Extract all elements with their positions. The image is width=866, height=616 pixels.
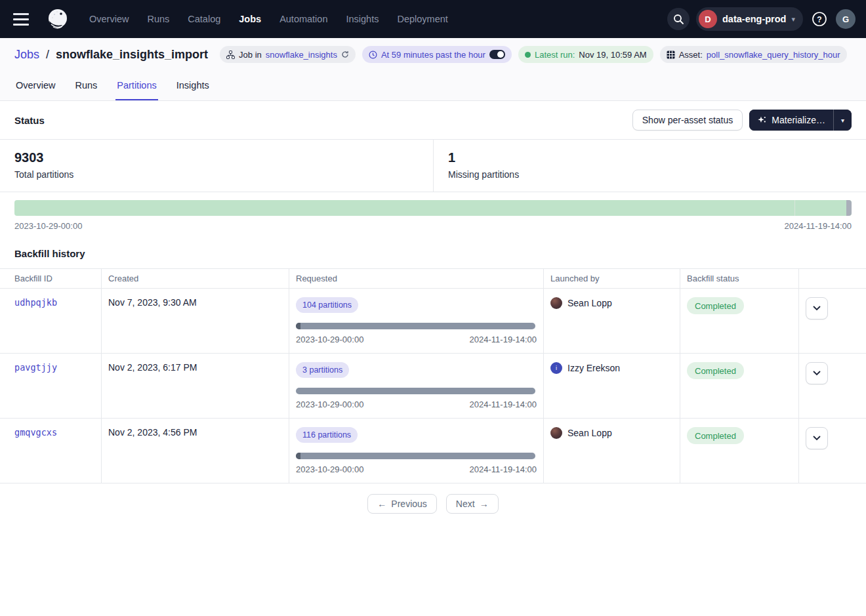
backfill-id-link[interactable]: udhpqjkb xyxy=(14,297,57,308)
svg-text:?: ? xyxy=(817,15,821,24)
partition-range-end: 2024-11-19-14:00 xyxy=(785,221,852,231)
code-location-link[interactable]: snowflake_insights xyxy=(266,50,337,60)
requested-cell: 104 partitions 2023-10-29-00:00 2024-11-… xyxy=(289,289,544,353)
materialize-button[interactable]: Materialize… xyxy=(749,110,833,131)
clock-icon xyxy=(369,51,377,59)
total-partitions-stat: 9303 Total partitions xyxy=(0,140,433,192)
row-menu-button[interactable] xyxy=(806,297,828,319)
tab-overview[interactable]: Overview xyxy=(14,71,56,100)
latest-run-badge: Latest run: Nov 19, 10:59 AM xyxy=(518,46,653,63)
nav-item-insights[interactable]: Insights xyxy=(346,14,379,24)
hamburger-menu-icon[interactable] xyxy=(13,10,31,28)
backfill-progress-bar xyxy=(296,323,535,329)
nav-item-automation[interactable]: Automation xyxy=(279,14,327,24)
nav-item-deployment[interactable]: Deployment xyxy=(397,14,447,24)
row-menu-button[interactable] xyxy=(806,362,828,384)
user-avatar[interactable]: G xyxy=(836,9,856,29)
col-requested: Requested xyxy=(289,269,544,288)
tab-insights[interactable]: Insights xyxy=(175,71,211,100)
job-graph-icon xyxy=(226,51,235,59)
partition-range-start: 2023-10-29-00:00 xyxy=(14,221,82,231)
backfill-range-end: 2024-11-19-14:00 xyxy=(470,464,537,474)
user-avatar xyxy=(550,297,562,309)
backfill-range-start: 2023-10-29-00:00 xyxy=(296,464,363,474)
col-actions xyxy=(799,269,866,288)
asset-label: Asset: xyxy=(679,50,703,60)
row-menu-button[interactable] xyxy=(806,427,828,449)
top-navbar: Overview Runs Catalog Jobs Automation In… xyxy=(0,0,866,38)
previous-page-button[interactable]: ← Previous xyxy=(367,494,436,514)
launched-by-name: Izzy Erekson xyxy=(567,363,620,373)
nav-item-catalog[interactable]: Catalog xyxy=(188,14,220,24)
nav-links: Overview Runs Catalog Jobs Automation In… xyxy=(89,14,448,24)
col-backfill-status: Backfill status xyxy=(680,269,799,288)
partition-count-badge[interactable]: 104 partitions xyxy=(296,297,358,313)
asset-link[interactable]: poll_snowflake_query_history_hour xyxy=(707,50,840,60)
search-button[interactable] xyxy=(667,8,690,30)
show-per-asset-status-button[interactable]: Show per-asset status xyxy=(632,110,743,131)
breadcrumb-separator: / xyxy=(46,48,49,62)
partition-count-badge[interactable]: 116 partitions xyxy=(296,427,358,443)
help-icon: ? xyxy=(811,10,828,28)
launched-by-name: Sean Lopp xyxy=(567,428,612,438)
next-page-button[interactable]: Next → xyxy=(446,494,499,514)
breadcrumb-jobs-link[interactable]: Jobs xyxy=(14,48,39,62)
tab-runs[interactable]: Runs xyxy=(73,71,98,100)
tab-partitions[interactable]: Partitions xyxy=(115,71,157,100)
partition-range-labels: 2023-10-29-00:00 2024-11-19-14:00 xyxy=(14,221,852,231)
backfill-progress-bar xyxy=(296,453,535,459)
missing-partition-segment xyxy=(846,200,852,216)
status-actions: Show per-asset status Materialize… ▾ xyxy=(632,110,852,131)
navbar-right: D data-eng-prod ▾ ? G xyxy=(667,7,856,31)
help-button[interactable]: ? xyxy=(810,9,829,29)
chevron-down-icon: ▾ xyxy=(841,117,844,124)
nav-item-overview[interactable]: Overview xyxy=(89,14,129,24)
materialize-button-group: Materialize… ▾ xyxy=(749,110,852,131)
pagination: ← Previous Next → xyxy=(0,483,866,540)
materialize-dropdown-button[interactable]: ▾ xyxy=(833,110,852,131)
reload-icon[interactable] xyxy=(341,51,349,58)
page-header: Jobs / snowflake_insights_import Job in … xyxy=(0,38,866,101)
partition-segment-divider xyxy=(794,200,795,216)
schedule-text: At 59 minutes past the hour xyxy=(381,50,485,60)
created-cell: Nov 7, 2023, 9:30 AM xyxy=(102,289,289,353)
breadcrumb: Jobs / snowflake_insights_import Job in … xyxy=(0,38,866,71)
sparkle-icon xyxy=(757,115,767,125)
missing-partitions-stat: 1 Missing partitions xyxy=(433,140,866,192)
latest-run-time[interactable]: Nov 19, 10:59 AM xyxy=(579,50,646,60)
launched-by-cell: i Izzy Erekson xyxy=(550,362,673,374)
asset-grid-icon xyxy=(667,51,675,59)
nav-item-runs[interactable]: Runs xyxy=(147,14,169,24)
nav-item-jobs[interactable]: Jobs xyxy=(239,14,261,24)
requested-cell: 3 partitions 2023-10-29-00:00 2024-11-19… xyxy=(289,354,544,418)
partition-count-badge[interactable]: 3 partitions xyxy=(296,362,349,378)
partition-stats: 9303 Total partitions 1 Missing partitio… xyxy=(0,139,866,192)
launched-by-cell: Sean Lopp xyxy=(550,297,673,309)
status-badge: Completed xyxy=(687,297,744,314)
dagster-logo[interactable] xyxy=(45,6,71,32)
requested-cell: 116 partitions 2023-10-29-00:00 2024-11-… xyxy=(289,419,544,483)
status-badge: Completed xyxy=(687,427,744,444)
backfill-id-link[interactable]: pavgtjjy xyxy=(14,362,57,373)
asset-badge: Asset: poll_snowflake_query_history_hour xyxy=(660,46,847,63)
deployment-switcher[interactable]: D data-eng-prod ▾ xyxy=(696,7,803,31)
arrow-left-icon: ← xyxy=(377,499,386,509)
launched-by-cell: Sean Lopp xyxy=(550,427,673,439)
page-tabs: Overview Runs Partitions Insights xyxy=(0,71,866,101)
job-location-badge: Job in snowflake_insights xyxy=(220,46,356,63)
col-launched-by: Launched by xyxy=(544,269,680,288)
run-status-dot xyxy=(525,52,531,58)
partition-health-bar[interactable] xyxy=(14,200,852,216)
latest-run-label: Latest run: xyxy=(535,50,575,60)
chevron-down-icon xyxy=(813,306,821,311)
status-badge: Completed xyxy=(687,362,744,379)
backfill-id-link[interactable]: gmqvgcxs xyxy=(14,427,57,438)
search-icon xyxy=(672,13,684,25)
table-header-row: Backfill ID Created Requested Launched b… xyxy=(0,268,866,289)
schedule-toggle[interactable] xyxy=(489,50,505,59)
col-created: Created xyxy=(102,269,289,288)
status-section-title: Status xyxy=(14,115,45,126)
chevron-down-icon xyxy=(813,371,821,376)
total-partitions-value: 9303 xyxy=(14,150,419,165)
table-row: gmqvgcxs Nov 2, 2023, 4:56 PM 116 partit… xyxy=(0,419,866,483)
